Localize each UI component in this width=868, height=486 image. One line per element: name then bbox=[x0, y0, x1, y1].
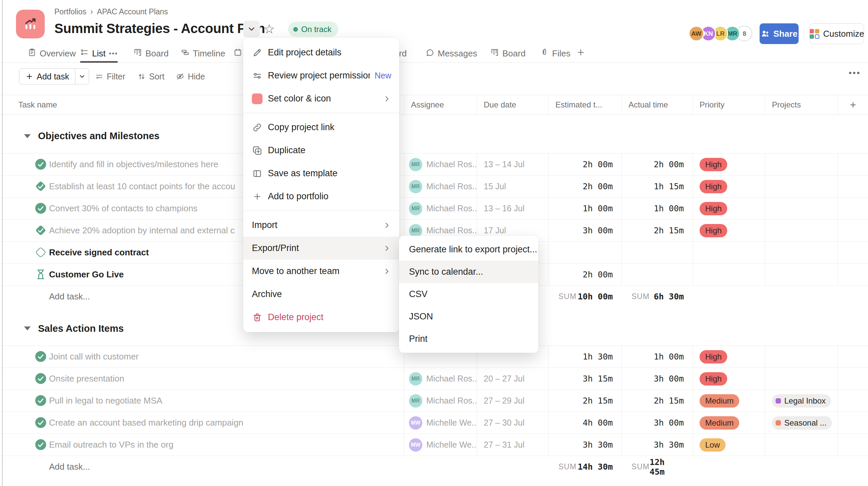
menu-item-archive[interactable]: Archive bbox=[243, 283, 399, 306]
task-title[interactable]: Identify and fill in objectives/mileston… bbox=[49, 153, 218, 175]
actual-time-cell[interactable]: 1h 00m bbox=[621, 346, 692, 368]
check-circle-icon[interactable] bbox=[34, 350, 47, 363]
avatar-aw[interactable]: AW bbox=[688, 26, 704, 41]
menu-item-set-color-icon[interactable]: Set color & icon bbox=[243, 87, 399, 110]
actual-time-cell[interactable]: 3h 00m bbox=[621, 412, 692, 434]
projects-cell[interactable] bbox=[765, 153, 838, 175]
due-date-cell[interactable]: 20 – 27 Jul bbox=[477, 368, 549, 390]
column-header-task-name[interactable]: Task name bbox=[18, 95, 57, 114]
actual-time-cell[interactable]: 1h 15m bbox=[621, 176, 692, 197]
diamond-outline-icon[interactable] bbox=[34, 246, 47, 259]
estimated-time-cell[interactable]: 1h 00m bbox=[549, 198, 621, 219]
priority-cell[interactable]: Medium bbox=[692, 390, 765, 411]
task-row[interactable]: Identify and fill in objectives/mileston… bbox=[0, 153, 868, 176]
priority-badge[interactable]: Medium bbox=[700, 416, 739, 430]
tab-board[interactable]: Board bbox=[490, 45, 525, 62]
assignee-cell[interactable]: MRMichael Ros... bbox=[404, 368, 477, 390]
check-circle-icon[interactable] bbox=[34, 202, 47, 215]
project-tag[interactable]: Legal Inbox bbox=[772, 394, 831, 407]
check-circle-icon[interactable] bbox=[34, 394, 47, 407]
task-title[interactable]: Joint call with customer bbox=[49, 346, 139, 368]
check-circle-icon[interactable] bbox=[34, 158, 47, 171]
tab-timeline[interactable]: Timeline bbox=[181, 45, 225, 62]
estimated-time-cell[interactable]: 2h 00m bbox=[549, 153, 621, 175]
hide-button[interactable]: Hide bbox=[176, 68, 205, 84]
assignee-cell[interactable]: MWMichelle We... bbox=[404, 434, 477, 456]
add-column-button[interactable]: + bbox=[838, 99, 868, 111]
actual-time-cell[interactable] bbox=[621, 242, 692, 263]
priority-cell[interactable]: Medium bbox=[692, 412, 765, 434]
tab-messages[interactable]: Messages bbox=[426, 45, 477, 62]
due-date-cell[interactable]: 13 – 16 Jul bbox=[477, 198, 549, 219]
menu-item-copy-project-link[interactable]: Copy project link bbox=[243, 116, 399, 139]
favorite-star-icon[interactable]: ☆ bbox=[264, 21, 275, 37]
projects-cell[interactable] bbox=[765, 220, 838, 241]
estimated-time-cell[interactable]: 3h 15m bbox=[549, 368, 621, 390]
hourglass-icon[interactable] bbox=[34, 268, 47, 281]
task-title[interactable]: Pull in legal to negotiate MSA bbox=[49, 390, 162, 411]
menu-item-delete-project[interactable]: Delete project bbox=[243, 306, 399, 329]
task-title[interactable]: Establish at least 10 contact points for… bbox=[49, 176, 235, 197]
submenu-item-print[interactable]: Print bbox=[399, 328, 538, 350]
column-header-projects[interactable]: Projects bbox=[765, 100, 801, 110]
priority-cell[interactable]: High bbox=[692, 220, 765, 241]
check-circle-icon[interactable] bbox=[34, 372, 47, 385]
column-header-due-date[interactable]: Due date bbox=[477, 100, 516, 110]
priority-cell[interactable]: High bbox=[692, 176, 765, 197]
due-date-cell[interactable]: 27 – 30 Jul bbox=[477, 412, 549, 434]
column-header-priority[interactable]: Priority bbox=[693, 100, 724, 110]
actual-time-cell[interactable]: 1h 00m bbox=[621, 198, 692, 219]
assignee-cell[interactable]: MWMichelle We... bbox=[404, 412, 477, 434]
menu-item-edit-project-details[interactable]: Edit project details bbox=[243, 41, 399, 64]
filter-button[interactable]: Filter bbox=[95, 68, 125, 84]
assignee-cell[interactable]: MRMichael Ros... bbox=[404, 198, 477, 219]
priority-cell[interactable]: High bbox=[692, 368, 765, 390]
task-row[interactable]: Convert 30% of contacts to championsMRMi… bbox=[0, 198, 868, 220]
priority-badge[interactable]: High bbox=[700, 224, 727, 237]
task-title[interactable]: Onsite presentation bbox=[49, 368, 124, 390]
priority-badge[interactable]: High bbox=[700, 350, 727, 364]
collapse-triangle-icon[interactable] bbox=[24, 134, 31, 138]
tab-list[interactable]: List••• bbox=[80, 45, 118, 62]
tab-board[interactable]: Board bbox=[133, 45, 168, 62]
task-row[interactable]: Onsite presentationMRMichael Ros...20 – … bbox=[0, 368, 868, 390]
submenu-item-csv[interactable]: CSV bbox=[399, 283, 538, 306]
priority-cell[interactable]: High bbox=[692, 346, 765, 368]
submenu-item-sync-to-calendar-[interactable]: Sync to calendar... bbox=[399, 261, 538, 283]
actual-time-cell[interactable]: 2h 15m bbox=[621, 220, 692, 241]
actual-time-cell[interactable]: 2h 00m bbox=[621, 153, 692, 175]
estimated-time-cell[interactable]: 4h 00m bbox=[549, 412, 621, 434]
estimated-time-cell[interactable]: 2h 15m bbox=[549, 390, 621, 411]
priority-cell[interactable]: High bbox=[692, 198, 765, 219]
project-tag[interactable]: Seasonal ... bbox=[772, 416, 832, 430]
task-row[interactable]: Establish at least 10 contact points for… bbox=[0, 176, 868, 198]
priority-cell[interactable]: High bbox=[692, 153, 765, 175]
section-title[interactable]: Sales Action Items bbox=[38, 323, 124, 334]
task-title[interactable]: Convert 30% of contacts to champions bbox=[49, 198, 197, 219]
projects-cell[interactable] bbox=[765, 176, 838, 197]
submenu-item-generate-link-to-export-project-[interactable]: Generate link to export project... bbox=[399, 238, 538, 261]
breadcrumb-portfolios[interactable]: Portfolios bbox=[54, 7, 86, 16]
priority-badge[interactable]: Low bbox=[700, 438, 725, 452]
check-diamond-icon[interactable] bbox=[34, 224, 47, 237]
task-title[interactable]: Create an account based marketing drip c… bbox=[49, 412, 243, 434]
add-task-dropdown[interactable] bbox=[75, 69, 89, 84]
due-date-cell[interactable]: 13 – 14 Jul bbox=[477, 153, 549, 175]
projects-cell[interactable] bbox=[765, 346, 838, 368]
projects-cell[interactable] bbox=[765, 368, 838, 390]
priority-cell[interactable] bbox=[692, 242, 765, 263]
task-title[interactable]: Email outreach to VPs in the org bbox=[49, 434, 174, 456]
estimated-time-cell[interactable] bbox=[549, 242, 621, 263]
task-title[interactable]: Receive signed contract bbox=[49, 242, 149, 263]
task-title[interactable]: Customer Go Live bbox=[49, 264, 124, 285]
actual-time-cell[interactable]: 2h 15m bbox=[621, 390, 692, 411]
assignee-cell[interactable]: MRMichael Ros... bbox=[404, 153, 477, 175]
estimated-time-cell[interactable]: 1h 30m bbox=[549, 346, 621, 368]
assignee-cell[interactable]: MRMichael Ros... bbox=[404, 176, 477, 197]
menu-item-add-to-portfolio[interactable]: Add to portfolio bbox=[243, 185, 399, 208]
priority-badge[interactable]: High bbox=[700, 202, 727, 215]
task-title[interactable]: Achieve 20% adoption by internal and ext… bbox=[49, 220, 235, 241]
menu-item-import[interactable]: Import bbox=[243, 213, 399, 237]
submenu-item-json[interactable]: JSON bbox=[399, 306, 538, 328]
priority-cell[interactable] bbox=[692, 264, 765, 285]
